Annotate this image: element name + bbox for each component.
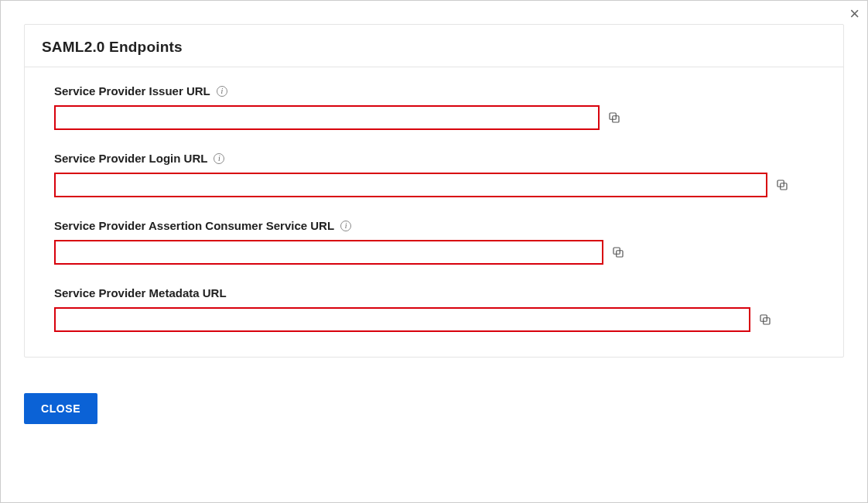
field-metadata-url: Service Provider Metadata URL <box>54 286 817 332</box>
card-header: SAML2.0 Endpoints <box>25 25 843 67</box>
info-icon[interactable]: i <box>214 153 224 164</box>
metadata-url-label: Service Provider Metadata URL <box>54 286 227 299</box>
dialog-footer: CLOSE <box>24 393 844 424</box>
copy-icon[interactable] <box>775 178 789 192</box>
copy-icon[interactable] <box>611 245 625 259</box>
issuer-url-label: Service Provider Issuer URL <box>54 84 210 98</box>
card-title: SAML2.0 Endpoints <box>42 39 183 55</box>
card-body: Service Provider Issuer URL i Service Pr… <box>25 67 843 357</box>
info-icon[interactable]: i <box>340 221 351 231</box>
saml-endpoints-dialog: × SAML2.0 Endpoints Service Provider Iss… <box>0 0 868 503</box>
field-login-url: Service Provider Login URL i <box>54 152 817 197</box>
field-acs-url: Service Provider Assertion Consumer Serv… <box>54 219 817 265</box>
info-icon[interactable]: i <box>217 86 227 97</box>
copy-icon[interactable] <box>758 313 772 327</box>
acs-url-value[interactable] <box>54 240 603 265</box>
close-icon[interactable]: × <box>849 5 859 22</box>
field-issuer-url: Service Provider Issuer URL i <box>54 84 817 130</box>
metadata-url-value[interactable] <box>54 307 750 332</box>
issuer-url-value[interactable] <box>54 105 600 130</box>
copy-icon[interactable] <box>607 111 621 125</box>
close-button[interactable]: CLOSE <box>24 393 97 424</box>
acs-url-label: Service Provider Assertion Consumer Serv… <box>54 219 334 232</box>
login-url-label: Service Provider Login URL <box>54 152 207 165</box>
endpoints-card: SAML2.0 Endpoints Service Provider Issue… <box>24 24 844 358</box>
login-url-value[interactable] <box>54 173 767 197</box>
